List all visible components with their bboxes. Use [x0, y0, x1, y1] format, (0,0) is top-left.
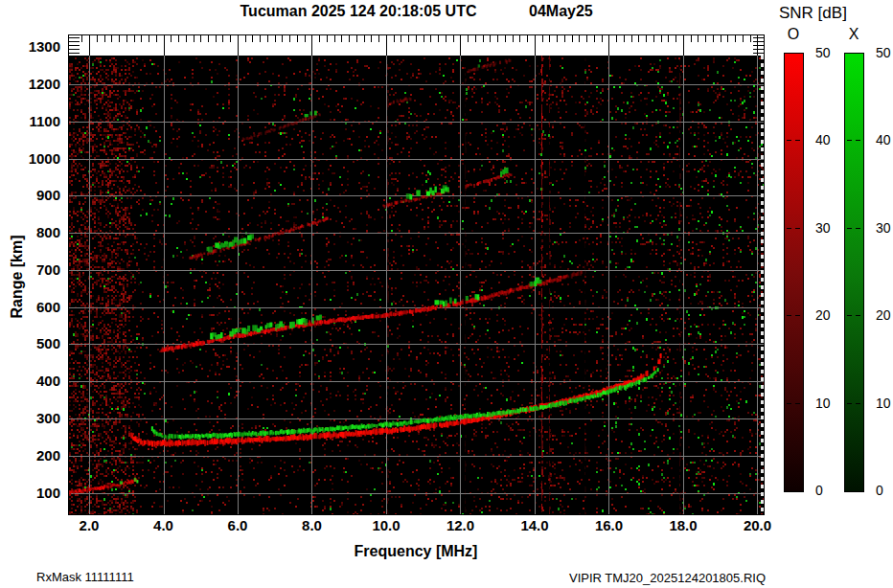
colorbar-tick-mark — [847, 403, 852, 404]
colorbar-tick-mark — [787, 403, 791, 404]
y-tick-label: 900 — [18, 188, 60, 203]
x-tick-label: 20.0 — [731, 518, 783, 533]
y-tick-label: 600 — [18, 300, 60, 315]
colorbar-tick-mark — [847, 228, 852, 229]
y-tick-label: 1100 — [18, 114, 60, 129]
colorbar-tick-label: 20 — [876, 308, 893, 322]
x-tick-label: 12.0 — [434, 518, 486, 533]
colorbar-tick-mark — [795, 403, 800, 404]
colorbar-x-label: X — [839, 26, 868, 43]
ionogram-plot — [69, 35, 764, 514]
y-tick-label: 300 — [18, 411, 60, 426]
y-tick-label: 200 — [18, 448, 60, 464]
ionogram-frame — [68, 34, 765, 515]
colorbar-tick-label: 0 — [876, 484, 893, 497]
y-tick-label: 700 — [18, 262, 60, 278]
y-tick-label: 1000 — [18, 151, 60, 167]
y-tick-label: 800 — [18, 225, 60, 240]
colorbar-tick-mark — [856, 140, 860, 141]
colorbar-tick-label: 0 — [815, 484, 840, 497]
x-tick-label: 10.0 — [360, 518, 412, 533]
x-tick-label: 8.0 — [286, 518, 337, 533]
rxmask-text: RxMask 11111111 — [36, 570, 134, 584]
colorbar-o-label: O — [779, 26, 808, 43]
colorbar-title: SNR [dB] — [779, 4, 847, 23]
x-axis-title: Frequency [MHz] — [320, 543, 512, 560]
x-tick-label: 2.0 — [63, 518, 115, 533]
colorbar-tick-label: 50 — [815, 46, 840, 59]
x-tick-label: 18.0 — [657, 518, 709, 533]
colorbar-tick-mark — [795, 140, 800, 141]
plot-title: Tucuman 2025 124 20:18:05 UTC — [167, 3, 550, 20]
colorbar-tick-mark — [795, 315, 800, 316]
colorbar-tick-mark — [787, 140, 791, 141]
colorbar-tick-label: 20 — [815, 308, 840, 322]
colorbar-x-mode — [844, 53, 864, 492]
colorbar-tick-mark — [795, 228, 800, 229]
y-tick-label: 1200 — [18, 77, 60, 92]
colorbar-o-mode — [784, 53, 804, 492]
colorbar-tick-mark — [787, 228, 791, 229]
filename-text: VIPIR TMJ20_2025124201805.RIQ — [569, 571, 766, 585]
colorbar-tick-mark — [847, 315, 852, 316]
y-tick-label: 400 — [18, 373, 60, 389]
colorbar-tick-mark — [856, 228, 860, 229]
x-tick-label: 14.0 — [509, 518, 561, 533]
colorbar-tick-label: 10 — [876, 396, 893, 410]
x-tick-label: 4.0 — [138, 518, 190, 533]
colorbar-tick-label: 40 — [876, 133, 893, 147]
colorbar-tick-label: 40 — [815, 133, 840, 147]
colorbar-tick-label: 10 — [815, 396, 840, 410]
plot-date: 04May25 — [529, 3, 593, 20]
y-tick-label: 1300 — [18, 39, 60, 55]
colorbar-tick-mark — [847, 140, 852, 141]
x-tick-label: 6.0 — [212, 518, 263, 533]
x-tick-label: 16.0 — [583, 518, 634, 533]
colorbar-tick-label: 30 — [815, 221, 840, 235]
colorbar-tick-mark — [856, 315, 860, 316]
colorbar-tick-label: 50 — [876, 46, 893, 59]
colorbar-tick-label: 30 — [876, 221, 893, 235]
colorbar-tick-mark — [787, 315, 791, 316]
colorbar-tick-mark — [856, 403, 860, 404]
y-tick-label: 500 — [18, 336, 60, 351]
y-tick-label: 100 — [18, 486, 60, 501]
